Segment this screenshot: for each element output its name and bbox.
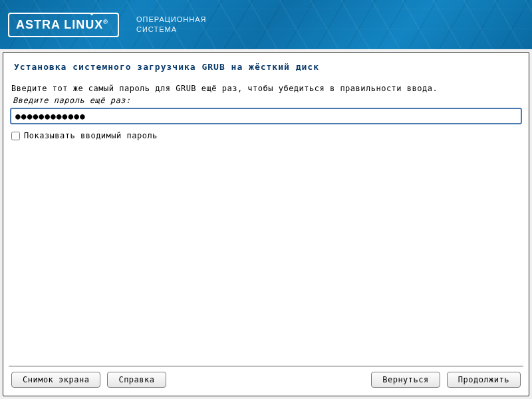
show-password-label: Показывать вводимый пароль (24, 131, 158, 140)
continue-button[interactable]: Продолжить (447, 372, 521, 388)
password-input[interactable] (10, 108, 522, 124)
star-icon: ✦ (90, 10, 94, 17)
instruction-text: Введите тот же самый пароль для GRUB ещё… (9, 84, 523, 93)
logo-text: ASTRA LINUX® (16, 18, 108, 32)
back-button[interactable]: Вернуться (371, 372, 440, 388)
button-bar: Снимок экрана Справка Вернуться Продолжи… (9, 372, 523, 390)
screenshot-button[interactable]: Снимок экрана (11, 372, 100, 388)
installer-panel: Установка системного загрузчика GRUB на … (3, 52, 529, 396)
spacer (9, 140, 523, 362)
show-password-row[interactable]: Показывать вводимый пароль (9, 131, 523, 140)
divider (9, 366, 523, 366)
show-password-checkbox[interactable] (11, 132, 20, 140)
page-title: Установка системного загрузчика GRUB на … (9, 62, 523, 72)
logo: ✦ ASTRA LINUX® (8, 13, 119, 37)
logo-subtitle: ОПЕРАЦИОННАЯ СИСТЕМА (136, 15, 207, 35)
help-button[interactable]: Справка (107, 372, 166, 388)
header-banner: ✦ ASTRA LINUX® ОПЕРАЦИОННАЯ СИСТЕМА (0, 0, 532, 49)
password-field-label: Введите пароль ещё раз: (9, 96, 523, 105)
